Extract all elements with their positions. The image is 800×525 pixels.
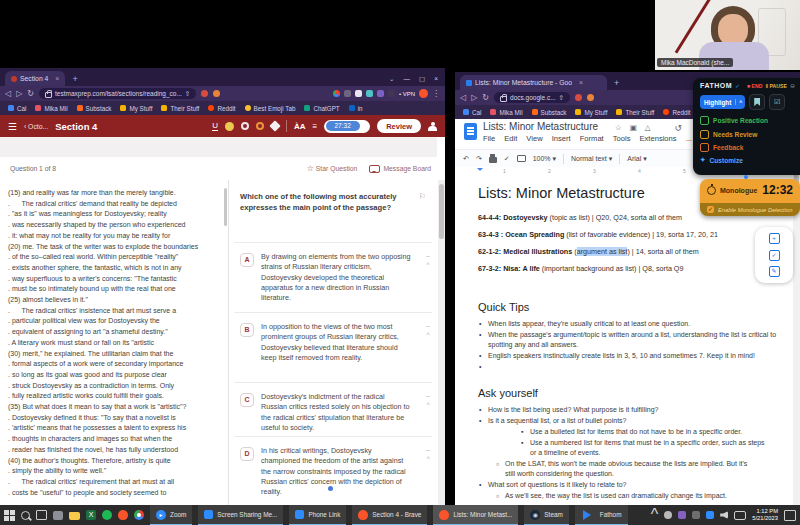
bookmark-item[interactable]: Best Emoji Tab: [245, 105, 296, 112]
end-recording-button[interactable]: ■ END: [747, 83, 763, 89]
forward-icon[interactable]: ▷: [471, 93, 477, 102]
highlighter-yellow-icon[interactable]: [225, 122, 234, 131]
brave-shield-icon[interactable]: [575, 94, 582, 101]
answer-letter[interactable]: C: [240, 393, 254, 407]
timer[interactable]: 27:32: [324, 120, 370, 133]
chrome-icon[interactable]: [134, 510, 144, 520]
new-tab-button[interactable]: +: [614, 76, 619, 90]
back-icon[interactable]: ◁: [460, 93, 466, 102]
answer-choice-c[interactable]: C Dostoyevsky's indictment of the radica…: [240, 392, 432, 433]
profile-icon[interactable]: [428, 122, 437, 131]
window-restore-icon[interactable]: ⌄: [389, 75, 394, 83]
highlighter-ring-icon[interactable]: [241, 122, 249, 130]
menu-file[interactable]: File: [483, 134, 495, 143]
extension-icon-1[interactable]: [344, 90, 351, 97]
scrollbar-thumb[interactable]: [439, 184, 444, 239]
answer-letter[interactable]: B: [240, 323, 254, 337]
answer-letter[interactable]: D: [240, 447, 254, 461]
bookmark-item[interactable]: ChatGPT: [304, 105, 339, 112]
bookmark-item[interactable]: Cal: [463, 109, 481, 116]
spellcheck-icon[interactable]: ✓: [504, 155, 510, 163]
brave-lion-icon[interactable]: [419, 89, 428, 98]
tab-close-icon[interactable]: ×: [579, 79, 583, 86]
answer-text[interactable]: By drawing on elements from the two oppo…: [261, 252, 411, 303]
bookmark-item[interactable]: Mika Mil: [490, 109, 522, 116]
bookmark-item[interactable]: Cal: [8, 105, 26, 112]
reload-icon[interactable]: ↻: [27, 89, 34, 98]
flag-icon[interactable]: ⚐: [419, 192, 426, 201]
taskbar-button-zoom[interactable]: ▸Zoom: [150, 505, 192, 525]
flame-extension-icon[interactable]: [213, 90, 220, 97]
taskbar-button-screen-sharing[interactable]: Screen Sharing Me...: [198, 505, 283, 525]
document-title[interactable]: Lists: Minor Metastructure: [483, 121, 598, 132]
extension-icon-5[interactable]: [388, 90, 395, 97]
taskbar-button-steam[interactable]: ◉Steam: [524, 505, 568, 525]
bookmark-item[interactable]: My Stuff: [120, 105, 152, 112]
answer-choice-a[interactable]: A By drawing on elements from the two op…: [240, 252, 432, 303]
collapse-answer-icon[interactable]: ^: [426, 261, 430, 268]
menu-view[interactable]: View: [526, 134, 542, 143]
bookmark-item[interactable]: Reddit: [208, 105, 235, 112]
bookmark-item[interactable]: Substack: [77, 105, 112, 112]
eraser-icon[interactable]: [269, 120, 280, 131]
answer-text[interactable]: In his critical writings, Dostoyevsky ch…: [261, 446, 411, 497]
version-history-icon[interactable]: ↺: [674, 123, 682, 133]
taskbar-button-phone-link[interactable]: Phone Link: [289, 505, 346, 525]
strike-answer-icon[interactable]: –: [426, 252, 430, 259]
document-canvas[interactable]: Lists: Minor Metastructure 64-4-4: Dosto…: [455, 175, 793, 505]
bookmark-button[interactable]: [749, 94, 765, 110]
taskbar-button-lists-doc[interactable]: Lists: Minor Metast...: [433, 505, 518, 525]
extension-icon-3[interactable]: [366, 90, 373, 97]
browser-tab[interactable]: Section 4 ×: [5, 71, 65, 86]
star-question-button[interactable]: ☆ Star Question: [307, 164, 358, 173]
tray-icon-gray-app[interactable]: [692, 511, 700, 519]
monologue-alert[interactable]: Monologue 12:32 ✓ Enable Monologue Detec…: [700, 179, 800, 216]
pause-recording-button[interactable]: ‖ PAUSE: [765, 83, 787, 89]
collapse-answer-icon[interactable]: ^: [426, 401, 430, 408]
answer-text[interactable]: Dostoyevsky's indictment of the radical …: [261, 392, 411, 433]
chat-app-icon[interactable]: [53, 511, 63, 520]
flame-extension-icon[interactable]: [587, 94, 594, 101]
bookmark-item[interactable]: My Stuff: [575, 109, 607, 116]
highlighter-orange-icon[interactable]: [256, 122, 264, 130]
margin-marker[interactable]: [477, 168, 483, 174]
highlight-button[interactable]: Highlight ^: [700, 95, 745, 109]
collapse-answer-icon[interactable]: ^: [426, 455, 430, 462]
back-icon[interactable]: ◁: [5, 89, 11, 98]
collapse-answer-icon[interactable]: ^: [426, 331, 430, 338]
underline-icon[interactable]: U: [212, 122, 218, 131]
bookmark-item[interactable]: Substack: [532, 109, 567, 116]
line-reader-icon[interactable]: ≡: [312, 122, 317, 131]
answer-choice-d[interactable]: D In his critical writings, Dostoyevsky …: [240, 446, 432, 497]
new-tab-button[interactable]: +: [72, 72, 77, 86]
move-folder-icon[interactable]: ▣: [630, 123, 637, 132]
message-board-button[interactable]: Message Board: [369, 165, 431, 173]
keyboard-icon[interactable]: [734, 511, 746, 520]
start-button[interactable]: [4, 510, 15, 521]
url-bar[interactable]: testmaxprep.com/lsat/sections/reading_co…: [39, 88, 196, 99]
feedback-item[interactable]: Feedback: [693, 141, 800, 154]
highlight-caret-icon[interactable]: ^: [735, 99, 745, 105]
menu-tools[interactable]: Tools: [613, 134, 631, 143]
task-view-icon[interactable]: [36, 510, 47, 520]
strike-answer-icon[interactable]: –: [426, 392, 430, 399]
menu-more[interactable]: ...: [686, 134, 692, 143]
answer-text[interactable]: In opposition to the views of the two mo…: [261, 322, 411, 363]
forward-icon[interactable]: ▷: [16, 89, 22, 98]
monologue-checkbox[interactable]: ✓: [707, 206, 714, 213]
passage-text[interactable]: (15) and reality was far more than the m…: [8, 188, 228, 498]
customize-item[interactable]: ✦Customize: [693, 154, 800, 166]
widget-edit-icon[interactable]: ✎: [769, 266, 780, 277]
widget-add-icon[interactable]: +: [769, 233, 780, 244]
bookmark-item[interactable]: Their Stuff: [161, 105, 199, 112]
chrome-profile-icon[interactable]: [333, 90, 340, 97]
review-button[interactable]: Review: [377, 119, 421, 133]
more-icon[interactable]: ⋮: [432, 89, 440, 98]
widget-check-icon[interactable]: ✓: [769, 250, 780, 261]
window-maximize-icon[interactable]: ▢: [419, 75, 425, 83]
browser-tab[interactable]: Lists: Minor Metastructure - Goo ×: [460, 75, 607, 90]
monologue-toggle-label[interactable]: Enable Monologue Detection: [718, 207, 792, 213]
strike-answer-icon[interactable]: –: [426, 322, 430, 329]
redo-icon[interactable]: ↷: [476, 155, 482, 163]
excel-icon[interactable]: X: [86, 510, 96, 520]
